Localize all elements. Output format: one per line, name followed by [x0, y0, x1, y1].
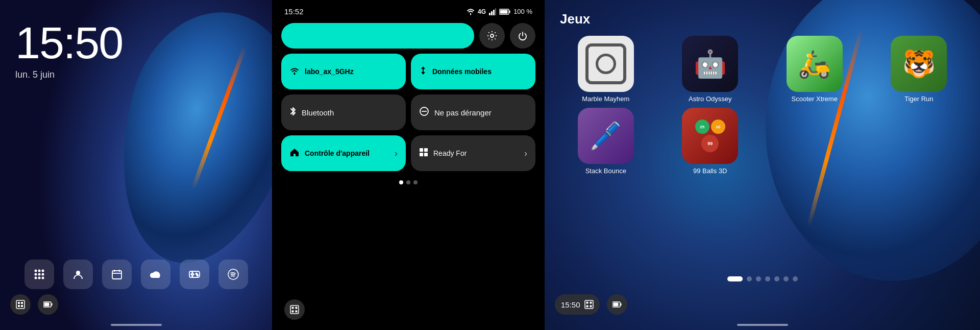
- qs-screen-btn[interactable]: [284, 299, 305, 320]
- games-title: Jeux: [560, 11, 590, 27]
- tiger-face-icon: 🐯: [902, 49, 936, 80]
- games-dot-3: [756, 276, 761, 281]
- svg-rect-55: [590, 302, 592, 304]
- svg-rect-26: [18, 305, 20, 307]
- game-item-stack[interactable]: 🖊️ Stack Bounce: [555, 108, 657, 175]
- qs-tile-data[interactable]: Données mobiles: [411, 54, 535, 89]
- ball-10: 10: [711, 120, 725, 134]
- svg-point-1: [38, 270, 40, 272]
- ball-25: 25: [695, 120, 709, 134]
- svg-point-21: [197, 275, 198, 276]
- dock-icon-spotify[interactable]: [218, 260, 248, 289]
- qs-device-control-label: Contrôle d'appareil: [305, 149, 370, 157]
- signal-icon: [489, 8, 496, 15]
- qs-tile-device-control[interactable]: Contrôle d'appareil ›: [281, 135, 406, 171]
- grid-icon: [419, 148, 428, 157]
- games-time-pill: 15:50: [555, 294, 600, 315]
- qs-content: labo_ax_5GHz Données mobiles: [272, 20, 545, 294]
- lock-time-area: 15:50 lun. 5 juin: [15, 20, 122, 80]
- svg-rect-27: [21, 305, 23, 307]
- game-item-tiger[interactable]: 🐯 Tiger Run: [868, 36, 970, 103]
- balls-display: 25 10 99: [695, 120, 725, 152]
- qs-settings-button[interactable]: [479, 23, 505, 49]
- qs-tile-bluetooth[interactable]: Bluetooth: [281, 95, 406, 130]
- dock-icon-contacts[interactable]: [63, 260, 93, 289]
- svg-point-31: [470, 13, 471, 14]
- qs-tile-ready-for[interactable]: Ready For ›: [411, 135, 535, 171]
- game-label-tiger: Tiger Run: [904, 95, 934, 103]
- games-battery-icon: [612, 301, 622, 308]
- games-dot-7: [793, 276, 798, 281]
- svg-point-7: [38, 277, 40, 279]
- qs-tile-wifi[interactable]: labo_ax_5GHz: [281, 54, 406, 89]
- games-header: Jeux: [560, 11, 590, 27]
- home-tile-icon: [289, 147, 300, 160]
- qs-power-button[interactable]: [510, 23, 535, 49]
- svg-rect-48: [290, 305, 299, 314]
- wifi-icon: [467, 8, 475, 15]
- game-label-stack: Stack Bounce: [585, 167, 626, 175]
- wifi-tile-icon: [289, 66, 300, 78]
- qs-wifi-data-row: labo_ax_5GHz Données mobiles: [281, 54, 535, 89]
- svg-rect-35: [495, 8, 496, 15]
- svg-rect-45: [424, 148, 428, 152]
- svg-rect-46: [420, 153, 423, 156]
- balls-row-1: 25 10: [695, 120, 725, 134]
- game-icon-tiger: 🐯: [891, 36, 947, 92]
- games-battery-btn: [607, 294, 627, 315]
- qs-dot-3: [413, 180, 418, 184]
- qs-tile-dnd[interactable]: Ne pas déranger: [411, 95, 535, 130]
- svg-point-8: [41, 277, 44, 279]
- balls-row-2: 99: [701, 135, 719, 152]
- games-dot-5: [774, 276, 779, 281]
- game-icon-scooter: 🛵: [787, 36, 843, 92]
- game-icon-stack: 🖊️: [578, 108, 634, 164]
- qs-dot-1: [399, 180, 403, 184]
- quick-settings-panel: 15:52 4G 100 %: [272, 0, 545, 330]
- dock-icon-games[interactable]: [180, 260, 209, 289]
- qs-top-row: [281, 23, 535, 49]
- svg-rect-32: [489, 13, 491, 15]
- game-item-scooter[interactable]: 🛵 Scooter Xtreme: [764, 36, 866, 103]
- dnd-icon: [419, 106, 429, 116]
- dock-icon-calendar[interactable]: [102, 260, 132, 289]
- svg-rect-47: [424, 153, 428, 156]
- svg-point-16: [192, 272, 193, 273]
- svg-rect-29: [52, 303, 53, 306]
- svg-point-4: [38, 273, 40, 276]
- stack-pencil-icon: 🖊️: [589, 121, 622, 152]
- svg-rect-10: [112, 271, 121, 279]
- games-bottom-bar: 15:50: [555, 294, 627, 315]
- qs-time: 15:52: [284, 7, 304, 16]
- battery-icon: [499, 9, 510, 15]
- svg-rect-50: [296, 307, 298, 309]
- bluetooth-icon: [289, 106, 297, 117]
- games-grid: Marble Mayhem 🤖 Astro Odyssey 🛵 Scooter …: [555, 36, 970, 175]
- data-tile-icon: [419, 65, 427, 78]
- svg-point-2: [41, 270, 44, 272]
- svg-rect-33: [491, 11, 493, 15]
- lock-screen-btn[interactable]: [10, 294, 31, 315]
- qs-dnd-label: Ne pas déranger: [434, 108, 492, 117]
- qs-data-label: Données mobiles: [432, 67, 492, 76]
- svg-rect-25: [21, 302, 23, 304]
- game-item-marble[interactable]: Marble Mayhem: [555, 36, 657, 103]
- qs-pagination-dots: [281, 176, 535, 186]
- grid-tile-icon: [419, 148, 428, 159]
- game-item-balls[interactable]: 25 10 99 99 Balls 3D: [659, 108, 762, 175]
- games-dot-6: [783, 276, 789, 281]
- svg-rect-24: [18, 302, 20, 304]
- dock-icon-cloud[interactable]: [141, 260, 170, 289]
- qs-bluetooth-label: Bluetooth: [302, 108, 334, 117]
- games-dot-1: [727, 276, 743, 281]
- wifi-filled-icon: [289, 67, 300, 75]
- qs-search-bar[interactable]: [281, 23, 474, 49]
- gear-icon: [487, 31, 497, 41]
- svg-rect-49: [292, 307, 294, 309]
- game-item-astro[interactable]: 🤖 Astro Odyssey: [659, 36, 762, 103]
- dock-icon-apps[interactable]: [24, 260, 54, 289]
- svg-rect-44: [420, 148, 423, 152]
- bluetooth-tile-icon: [289, 106, 297, 120]
- games-pagination-dots: [545, 276, 980, 281]
- marble-maze-icon: [585, 43, 626, 84]
